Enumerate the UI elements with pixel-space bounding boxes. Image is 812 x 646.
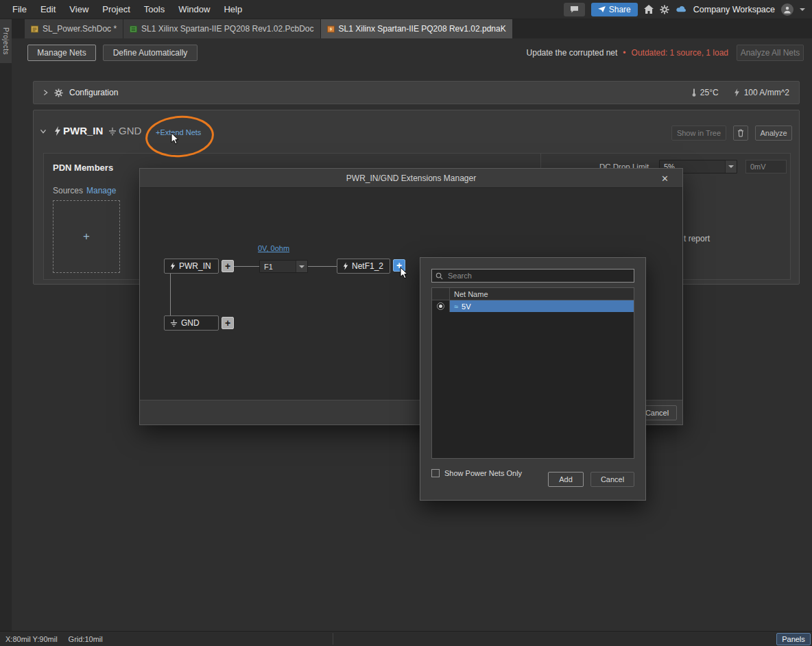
menu-view[interactable]: View	[62, 0, 95, 19]
search-box[interactable]	[431, 269, 634, 283]
chevron-down-icon[interactable]	[40, 129, 47, 134]
tab-sources[interactable]: Sources	[53, 186, 83, 195]
outdated-status-text: Outdated: 1 source, 1 load	[632, 48, 728, 58]
add-extension-gnd-button[interactable]: +	[222, 317, 234, 329]
comment-icon	[570, 5, 579, 13]
bolt-icon	[170, 262, 176, 270]
power-net-bolt-icon	[54, 126, 61, 136]
node-gnd[interactable]: GND	[164, 315, 219, 331]
workspace-label[interactable]: Company Workspace	[693, 5, 775, 14]
partial-report-text: t report	[684, 234, 710, 243]
tab-manage[interactable]: Manage	[86, 186, 116, 195]
net-table: Net Name ≈ 5V	[431, 287, 634, 459]
define-automatically-button[interactable]: Define Automatically	[103, 45, 198, 61]
user-avatar[interactable]	[781, 3, 793, 16]
user-menu-caret-icon[interactable]	[800, 8, 805, 11]
net-name-value: 5V	[462, 302, 470, 311]
node-label: NetF1_2	[352, 261, 383, 271]
wire-segment	[308, 266, 337, 267]
current-bolt-icon	[734, 88, 740, 97]
add-extension-pwr-button[interactable]: +	[222, 260, 234, 272]
thermometer-icon	[692, 88, 696, 97]
menu-tools[interactable]: Tools	[137, 0, 171, 19]
net-row-name-cell[interactable]: ≈ 5V	[450, 300, 634, 312]
mouse-cursor-ghost	[400, 267, 408, 279]
tab-schdoc[interactable]: SL_Power.SchDoc *	[25, 19, 123, 38]
configuration-bar[interactable]: Configuration 25°C 100 A/mm^2	[33, 81, 800, 104]
panels-button[interactable]: Panels	[776, 633, 811, 645]
menu-file[interactable]: File	[5, 0, 34, 19]
menu-edit[interactable]: Edit	[34, 0, 62, 19]
pin-select[interactable]: F1	[259, 260, 308, 273]
schdoc-icon	[31, 25, 38, 33]
search-icon	[435, 272, 443, 280]
node-pwr-in[interactable]: PWR_IN	[164, 259, 219, 274]
share-button[interactable]: Share	[591, 3, 638, 16]
bolt-icon	[343, 262, 348, 270]
comments-button[interactable]	[564, 3, 585, 16]
tab-label: SL1 Xilinx Spartan-IIE PQ208 Rev1.02.Pcb…	[141, 24, 313, 34]
home-icon[interactable]	[644, 5, 654, 14]
show-power-nets-checkbox[interactable]	[431, 469, 440, 477]
radio-selected-icon[interactable]	[437, 302, 444, 310]
manage-nets-button[interactable]: Manage Nets	[27, 45, 96, 61]
resistance-link[interactable]: 0V, 0ohm	[258, 244, 289, 252]
menu-window[interactable]: Window	[171, 0, 217, 19]
net-row-5v[interactable]: ≈ 5V	[432, 300, 634, 312]
show-power-nets-label: Show Power Nets Only	[444, 469, 522, 477]
show-in-tree-button[interactable]: Show in Tree	[671, 125, 726, 141]
analyze-net-button[interactable]: Analyze	[755, 125, 792, 141]
analyze-all-nets-button[interactable]: Analyze All Nets	[737, 45, 804, 61]
net-name-gnd: GND	[119, 125, 141, 136]
cloud-icon	[676, 5, 687, 13]
update-corrupted-net-link[interactable]: Update the corrupted net	[527, 48, 618, 58]
dialog-titlebar[interactable]: PWR_IN/GND Extensions Manager	[140, 169, 682, 188]
pcbdoc-icon	[130, 25, 137, 33]
cursor-coordinates: X:80mil Y:90mil	[5, 635, 58, 643]
mouse-cursor	[171, 132, 179, 145]
share-label: Share	[609, 5, 631, 14]
net-picker-popup: Net Name ≈ 5V Show Power Nets Only Add C…	[420, 257, 646, 501]
select-column-header	[432, 288, 450, 300]
dialog-title: PWR_IN/GND Extensions Manager	[346, 174, 476, 183]
menubar-right-controls: Share Company Workspace	[564, 3, 805, 16]
add-source-dropzone[interactable]: +	[53, 200, 120, 273]
toolbar-status-area: Update the corrupted net • Outdated: 1 s…	[527, 45, 804, 61]
gear-icon[interactable]	[660, 5, 669, 14]
config-gear-icon	[54, 88, 63, 97]
current-density-value: 100 A/mm^2	[744, 88, 789, 97]
statusbar: X:80mil Y:90mil Grid:10mil Panels	[0, 631, 812, 646]
projects-panel-tab[interactable]: Projects	[0, 19, 12, 63]
caret-down-icon	[725, 160, 737, 173]
search-input[interactable]	[446, 271, 630, 280]
node-netf1-2[interactable]: NetF1_2	[337, 259, 390, 274]
node-label: GND	[181, 318, 200, 328]
net-wave-icon: ≈	[454, 302, 458, 311]
tab-pcbdoc[interactable]: SL1 Xilinx Spartan-IIE PQ208 Rev1.02.Pcb…	[123, 19, 320, 38]
net-name-pwr-in: PWR_IN	[63, 125, 103, 136]
tab-label: SL_Power.SchDoc *	[43, 24, 117, 34]
tab-label: SL1 Xilinx Spartan-IIE PQ208 Rev1.02.pdn…	[339, 24, 506, 34]
net-table-header: Net Name	[432, 288, 634, 300]
delete-net-button[interactable]	[733, 125, 748, 141]
close-icon[interactable]: ✕	[657, 173, 673, 185]
temperature-value: 25°C	[700, 88, 719, 97]
ground-symbol-icon	[108, 128, 117, 136]
chevron-right-icon[interactable]	[43, 89, 48, 96]
pdn-members-title: PDN Members	[53, 163, 113, 173]
projects-tab-label: Projects	[2, 27, 10, 55]
environment-readouts: 25°C 100 A/mm^2	[692, 88, 789, 97]
tab-pdna-active[interactable]: SL1 Xilinx Spartan-IIE PQ208 Rev1.02.pdn…	[321, 19, 512, 38]
wire-segment	[234, 266, 259, 267]
net-row-radio-cell	[432, 300, 450, 312]
document-tabbar: SL_Power.SchDoc * SL1 Xilinx Spartan-IIE…	[0, 19, 812, 38]
ground-symbol-icon	[170, 320, 178, 327]
dc-drop-mv-field[interactable]	[745, 160, 787, 174]
trash-icon	[737, 129, 744, 137]
popup-cancel-button[interactable]: Cancel	[590, 472, 634, 487]
menu-project[interactable]: Project	[95, 0, 136, 19]
status-bullet: •	[623, 48, 625, 58]
menu-help[interactable]: Help	[217, 0, 249, 19]
add-button[interactable]: Add	[548, 472, 584, 487]
node-label: PWR_IN	[179, 261, 211, 271]
